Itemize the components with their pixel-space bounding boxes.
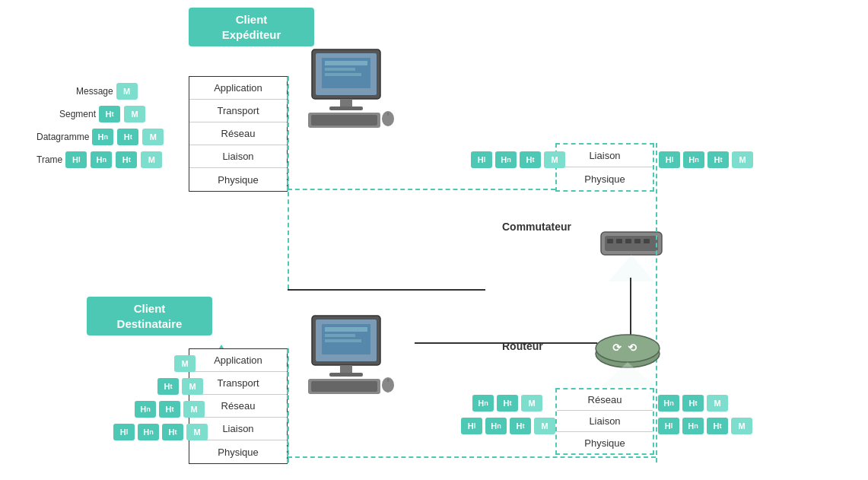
badge-Ht-switch: Ht [520, 151, 541, 168]
badge-M-router-l2: M [534, 418, 555, 434]
datagram-row: Datagramme Hn Ht M [37, 128, 164, 146]
badge-Hn-recv: Hn [135, 401, 156, 418]
badge-M-trame-top: M [141, 151, 162, 168]
receiver-computer [300, 312, 399, 413]
badge-Hl-switch: Hl [471, 151, 492, 168]
router-liaison-row: Liaison [557, 411, 653, 432]
svg-rect-32 [329, 373, 363, 377]
badge-M-recv-reseau: M [183, 401, 205, 418]
badge-Ht-router-r: Ht [682, 395, 704, 412]
badge-M-segment: M [124, 106, 145, 122]
message-row: Message M [76, 82, 138, 100]
sender-to-switch-line [288, 289, 485, 291]
router-left-reseau-badges: Hn Ht M [472, 394, 543, 412]
badge-Ht-segment: Ht [99, 106, 120, 122]
right-dashed-vertical [656, 143, 657, 463]
badge-Hn-switch-r: Hn [683, 151, 704, 168]
badge-Ht-router-r2: Ht [707, 418, 728, 434]
badge-M-recv-transport: M [182, 378, 203, 395]
svg-rect-28 [325, 327, 367, 332]
client-destinataire-header: ClientDestinataire [87, 297, 212, 335]
switch-left-badges: Hl Hn Ht M [470, 151, 566, 169]
badge-M-recv-app: M [174, 355, 196, 372]
router-to-receiver-line [415, 342, 597, 344]
svg-text:⟲: ⟲ [628, 342, 637, 354]
svg-rect-18 [644, 239, 650, 243]
badge-Ht-recv-r: Ht [159, 401, 180, 418]
badge-Hl-router-r: Hl [658, 418, 679, 434]
badge-Hn-router-r2: Hn [682, 418, 704, 434]
sender-computer [300, 46, 399, 147]
svg-rect-14 [607, 239, 613, 243]
switch-liaison-row: Liaison [557, 145, 653, 167]
badge-M-switch: M [544, 151, 565, 168]
sender-stack: Application Transport Réseau Liaison Phy… [189, 76, 288, 192]
badge-Hl-switch-r: Hl [659, 151, 680, 168]
receiver-transport-badges: Ht M [157, 377, 204, 396]
sender-physique-row: Physique [189, 168, 287, 191]
svg-rect-15 [616, 239, 622, 243]
receiver-transport-row: Transport [189, 372, 287, 395]
bottom-dashed-horizontal [288, 456, 656, 458]
svg-marker-24 [601, 362, 654, 386]
router-right-reseau-badges: Hn Ht M [657, 394, 729, 412]
receiver-trame-badges: Hl Hn Ht M [113, 423, 208, 441]
badge-M-router-r2: M [731, 418, 752, 434]
badge-Hl-trame-top: Hl [65, 151, 87, 168]
switch-icon [593, 205, 669, 284]
badge-M-recv-trame: M [186, 424, 208, 440]
svg-rect-9 [311, 115, 377, 126]
sender-application-row: Application [189, 77, 287, 100]
badge-Hn-recv-t: Hn [138, 424, 159, 440]
badge-M-switch-r: M [732, 151, 753, 168]
switch-stack-box: Liaison Physique [555, 143, 654, 192]
message-label: Message [76, 86, 113, 97]
badge-Ht-trame-top: Ht [116, 151, 137, 168]
badge-Hl-router-l: Hl [461, 418, 482, 434]
badge-Hn-datagram: Hn [92, 129, 113, 145]
badge-Hn-router-l2: Hn [485, 418, 507, 434]
client-expediteur-header: ClientExpéditeur [189, 8, 314, 46]
router-physique-row: Physique [557, 432, 653, 453]
receiver-dashed-vertical [288, 348, 289, 463]
svg-rect-7 [329, 106, 363, 110]
badge-M-router-r: M [707, 395, 728, 412]
datagram-label: Datagramme [37, 132, 89, 142]
receiver-application-badges: M [173, 354, 196, 373]
switch-right-badges: Hl Hn Ht M [658, 151, 754, 169]
badge-M-message: M [116, 83, 138, 100]
badge-Hn-router-l: Hn [472, 395, 494, 412]
badge-Ht-recv: Ht [157, 378, 179, 395]
trame-row-top: Trame Hl Hn Ht M [37, 151, 163, 169]
svg-rect-29 [325, 334, 355, 337]
svg-rect-17 [634, 239, 641, 243]
svg-rect-34 [311, 381, 377, 392]
badge-Ht-router-l2: Ht [510, 418, 531, 434]
badge-M-router-l: M [521, 395, 542, 412]
badge-Ht-switch-r: Ht [707, 151, 729, 168]
svg-rect-30 [325, 339, 361, 342]
router-right-liaison-badges: Hl Hn Ht M [657, 417, 753, 435]
switch-physique-row: Physique [557, 167, 653, 190]
svg-marker-19 [609, 255, 654, 281]
sender-vertical-dashed [288, 76, 289, 289]
router-left-liaison-badges: Hl Hn Ht M [460, 417, 556, 435]
badge-Ht-recv-t: Ht [162, 424, 183, 440]
router-stack-box: Réseau Liaison Physique [555, 388, 654, 455]
svg-rect-4 [325, 68, 355, 71]
badge-Hl-recv: Hl [113, 424, 135, 440]
router-icon: ⟳ ⟲ [586, 319, 669, 390]
svg-text:⟳: ⟳ [612, 342, 622, 354]
receiver-physique-row: Physique [189, 440, 287, 463]
svg-rect-13 [605, 236, 658, 251]
badge-Ht-router-l: Ht [497, 395, 518, 412]
badge-Hn-trame-top: Hn [91, 151, 112, 168]
svg-rect-3 [325, 61, 367, 65]
svg-rect-16 [625, 239, 631, 243]
top-dashed-horizontal [288, 189, 555, 190]
badge-Ht-datagram: Ht [117, 129, 138, 145]
sender-reseau-row: Réseau [189, 122, 287, 145]
badge-Hn-switch: Hn [495, 151, 517, 168]
sender-liaison-row: Liaison [189, 145, 287, 168]
badge-Hn-router-r: Hn [658, 395, 679, 412]
